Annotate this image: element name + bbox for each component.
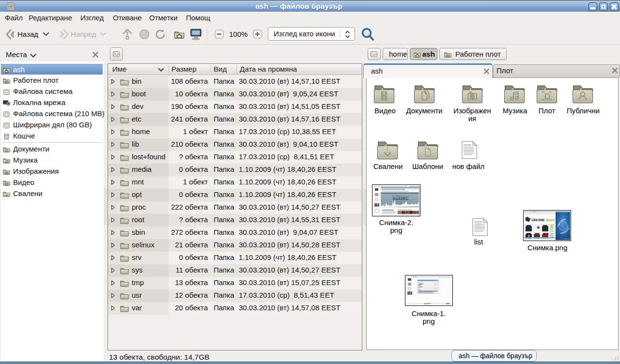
svg-text:GNOME: GNOME: [531, 218, 544, 222]
svg-text:Store: Store: [546, 218, 555, 222]
svg-text:GUADEC: GUADEC: [393, 197, 408, 201]
